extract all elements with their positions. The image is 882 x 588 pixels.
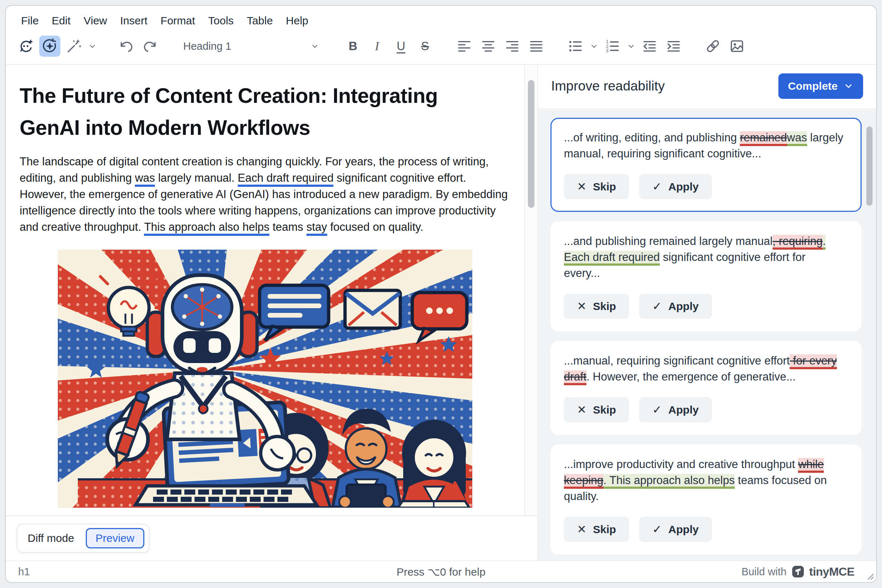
suggestion-card[interactable]: ...of writing, editing, and publishing r… (550, 118, 862, 212)
align-left-button[interactable] (454, 36, 475, 57)
del-text: remained (740, 131, 787, 146)
editor-content[interactable]: The Future of Content Creation: Integrat… (6, 64, 524, 515)
editor-scrollbar-thumb[interactable] (528, 80, 535, 208)
menu-format[interactable]: Format (154, 12, 202, 30)
apply-button[interactable]: ✓ Apply (639, 517, 711, 542)
genai-pop-art-illustration[interactable] (58, 250, 472, 508)
numbered-list-chevron-icon[interactable] (626, 41, 636, 51)
strikethrough-button[interactable]: S (415, 36, 436, 57)
align-center-icon (480, 38, 497, 54)
ai-shortcuts-button[interactable] (39, 36, 60, 57)
x-mark-icon: ✕ (577, 403, 586, 417)
redo-button[interactable] (140, 36, 161, 57)
diff-mode-button[interactable]: Diff mode (22, 529, 80, 547)
image-icon (729, 38, 745, 54)
suggestion-actions: ✕ Skip ✓ Apply (564, 397, 848, 422)
menu-table[interactable]: Table (240, 12, 279, 30)
branding[interactable]: Build with tinyMCE (711, 565, 864, 579)
bullet-list-chevron-icon[interactable] (589, 41, 599, 51)
bold-button[interactable]: B (343, 36, 364, 57)
bullet-list-button[interactable] (565, 36, 586, 57)
link-button[interactable] (702, 36, 723, 57)
align-justify-icon (528, 38, 545, 54)
apply-button[interactable]: ✓ Apply (639, 397, 711, 422)
brand-name: tinyMCE (809, 565, 855, 579)
tinymce-logo-icon (792, 566, 804, 578)
toolbar: Heading 1 B I U S (6, 31, 876, 64)
text-span: teams (269, 220, 307, 233)
editor-footer: Diff mode Preview (6, 515, 537, 560)
x-mark-icon: ✕ (577, 523, 586, 536)
complete-button[interactable]: Complete (778, 74, 863, 99)
align-center-button[interactable] (478, 36, 499, 57)
element-path: h1 (18, 566, 171, 578)
indent-button[interactable] (663, 36, 684, 57)
help-shortcut-text: Press ⌥0 for help (171, 566, 711, 578)
menu-insert[interactable]: Insert (114, 12, 154, 30)
numbered-list-icon: 1 2 3 (604, 38, 621, 54)
ai-orbit-sparkle-icon (41, 38, 58, 54)
align-right-icon (504, 38, 521, 54)
editor-paragraph: The landscape of digital content creatio… (20, 153, 511, 235)
ai-wand-button[interactable] (63, 36, 84, 57)
preview-button[interactable]: Preview (86, 528, 144, 548)
complete-label: Complete (788, 80, 838, 92)
complete-chevron-down-icon (843, 81, 853, 91)
suggestion-actions: ✕ Skip ✓ Apply (564, 174, 848, 199)
suggestion-card[interactable]: ...manual, requiring significant cogniti… (550, 341, 862, 435)
menu-view[interactable]: View (77, 12, 113, 30)
editor-scrollbar[interactable] (524, 64, 537, 515)
apply-button[interactable]: ✓ Apply (639, 174, 711, 199)
skip-button[interactable]: ✕ Skip (564, 517, 629, 542)
ai-dialog-button[interactable] (15, 36, 36, 57)
ai-chat-sparkle-icon (18, 38, 34, 54)
text-span: . However, the emergence of generative..… (586, 370, 796, 383)
del-text: , requiring (772, 235, 823, 250)
suggestion-card[interactable]: ...and publishing remained largely manua… (550, 221, 862, 332)
italic-button[interactable]: I (367, 36, 388, 57)
link-icon (705, 38, 721, 54)
panel-scrollbar-thumb[interactable] (866, 126, 873, 206)
undo-button[interactable] (116, 36, 137, 57)
menu-help[interactable]: Help (279, 12, 315, 30)
menu-file[interactable]: File (15, 12, 45, 30)
document-heading: The Future of Content Creation: Integrat… (20, 80, 503, 144)
editor-column: The Future of Content Creation: Integrat… (6, 64, 537, 560)
menu-tools[interactable]: Tools (202, 12, 240, 30)
apply-button[interactable]: ✓ Apply (639, 294, 711, 319)
suggestion-text: ...manual, requiring significant cogniti… (564, 353, 844, 385)
outdent-button[interactable] (639, 36, 660, 57)
block-format-select[interactable]: Heading 1 (179, 36, 324, 57)
suggestion-actions: ✕ Skip ✓ Apply (564, 294, 848, 319)
x-mark-icon: ✕ (577, 300, 586, 313)
image-button[interactable] (726, 36, 747, 57)
envelope-motif (345, 290, 400, 328)
align-justify-button[interactable] (526, 36, 547, 57)
diff-underline-span: This approach also helps (144, 220, 269, 236)
align-right-button[interactable] (502, 36, 523, 57)
skip-button[interactable]: ✕ Skip (564, 174, 629, 199)
skip-button[interactable]: ✕ Skip (564, 294, 629, 319)
magic-wand-icon (65, 38, 82, 54)
main-area: The Future of Content Creation: Integrat… (6, 64, 876, 560)
suggestion-card[interactable]: ...improve productivity and creative thr… (550, 444, 862, 555)
indent-icon (665, 38, 682, 54)
resize-grip-icon[interactable] (864, 570, 874, 580)
menu-edit[interactable]: Edit (45, 12, 77, 30)
diff-underline-span: stay (307, 220, 327, 236)
suggestion-actions: ✕ Skip ✓ Apply (564, 517, 848, 542)
underline-button[interactable]: U (391, 36, 412, 57)
statusbar: h1 Press ⌥0 for help Build with tinyMCE (6, 560, 876, 582)
panel-header: Improve readability Complete (538, 64, 876, 108)
numbered-list-button[interactable]: 1 2 3 (602, 36, 623, 57)
align-left-icon (456, 38, 473, 54)
text-span: ...manual, requiring significant cogniti… (564, 354, 790, 367)
text-span: largely manual. (155, 171, 237, 184)
skip-button[interactable]: ✕ Skip (564, 397, 629, 422)
diff-underline-span: was (135, 171, 155, 187)
wand-chevron-down-icon[interactable] (87, 41, 98, 51)
check-mark-icon: ✓ (652, 403, 662, 417)
check-mark-icon: ✓ (652, 300, 662, 313)
brand-prefix: Build with (741, 566, 786, 578)
suggestion-text: ...improve productivity and creative thr… (564, 456, 844, 504)
